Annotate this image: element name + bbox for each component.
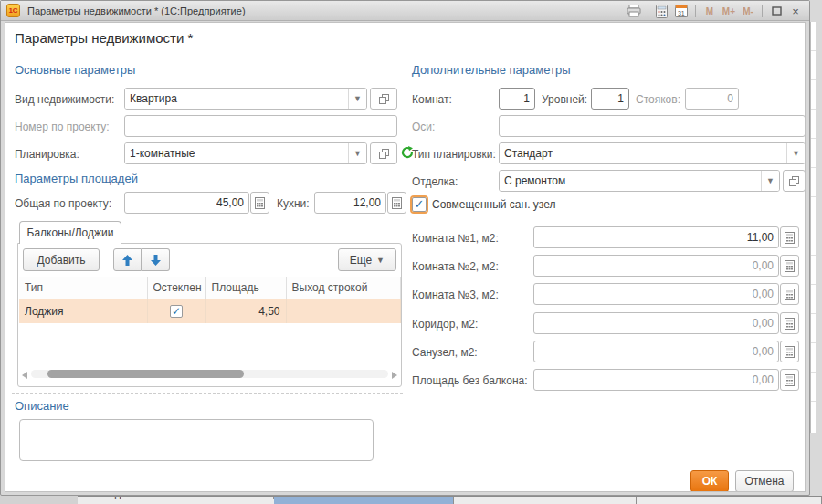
kuhni-input[interactable] — [314, 192, 386, 214]
nomer-input[interactable] — [124, 115, 397, 137]
checkbox-checked-icon[interactable]: ✓ — [412, 197, 427, 212]
move-down-button[interactable] — [142, 248, 170, 271]
kuhni-calc-button[interactable] — [387, 192, 406, 214]
otdelka-choose-button[interactable] — [783, 170, 806, 192]
col-out[interactable]: Выход строкой — [286, 277, 400, 299]
combined-bathroom-row: ✓ Совмещенный сан. узел — [412, 197, 555, 212]
room1-input[interactable] — [533, 226, 779, 248]
background-window-bottom-sliver[interactable]: Номер квартиры — [0, 496, 822, 504]
cell-glazed[interactable]: ✓ — [147, 299, 206, 323]
bathroom-input[interactable] — [533, 341, 779, 362]
planirovka-choose-button[interactable] — [370, 142, 397, 164]
tip-plan-combo: ▼ — [499, 142, 806, 164]
col-glazed[interactable]: Остеклен — [147, 277, 206, 299]
obshaya-calc-button[interactable] — [250, 192, 269, 214]
otdelka-dropdown-button[interactable]: ▼ — [761, 171, 779, 191]
separator — [12, 393, 403, 394]
add-row-button[interactable]: Добавить — [23, 248, 100, 271]
calculator-icon — [785, 260, 795, 272]
calculator-icon — [656, 5, 668, 18]
bathroom-calc-button[interactable] — [780, 341, 799, 362]
stacks-input[interactable] — [685, 88, 739, 110]
room1-calc-button[interactable] — [780, 226, 799, 248]
background-column-header: Номер квартиры — [78, 496, 274, 499]
maximize-button[interactable] — [768, 3, 785, 19]
more-button[interactable]: Еще▼ — [338, 248, 396, 271]
memory-m-plus-button[interactable]: M+ — [721, 3, 737, 19]
table-toolbar: Добавить Еще▼ — [23, 248, 396, 271]
scroll-right-arrow[interactable] — [392, 372, 397, 379]
titlebar: 1С Параметры недвижимости * (1С:Предприя… — [1, 1, 809, 21]
cell-area[interactable]: 4,50 — [206, 299, 286, 323]
cell-out[interactable] — [286, 299, 400, 323]
scrollbar-thumb[interactable] — [47, 370, 244, 378]
vid-input[interactable] — [125, 89, 348, 109]
cancel-button[interactable]: Отмена — [735, 470, 794, 492]
vid-choose-button[interactable] — [370, 88, 397, 110]
move-up-button[interactable] — [113, 248, 142, 271]
room2-input[interactable] — [533, 255, 779, 277]
osi-input[interactable] — [499, 115, 806, 137]
combined-bathroom-label[interactable]: Совмещенный сан. узел — [432, 198, 555, 211]
room1-label: Комната №1, м2: — [412, 232, 499, 245]
calendar-button[interactable]: 31 — [673, 3, 690, 19]
vid-label: Вид недвижимости: — [15, 93, 114, 106]
page-title: Параметры недвижимости * — [15, 30, 193, 46]
background-window-right-sliver[interactable] — [810, 0, 822, 496]
otdelka-combo: ▼ — [499, 170, 780, 192]
tip-plan-input[interactable] — [500, 143, 786, 163]
corridor-input[interactable] — [533, 312, 779, 334]
obshaya-input[interactable] — [124, 192, 249, 214]
chevron-down-icon: ▼ — [792, 149, 800, 158]
corridor-label: Коридор, м2: — [412, 318, 478, 331]
print-button[interactable] — [626, 3, 642, 19]
memory-m-minus-button[interactable]: M- — [740, 3, 756, 19]
1c-logo-icon: 1С — [6, 4, 20, 17]
room2-label: Комната №2, м2: — [412, 260, 499, 273]
table-header-row: Тип Остеклен Площадь Выход строкой — [19, 277, 400, 299]
balconies-table: Тип Остеклен Площадь Выход строкой Лоджи… — [19, 277, 401, 323]
obshaya-label: Общая по проекту: — [15, 197, 111, 210]
calendar-icon: 31 — [675, 5, 688, 17]
room3-calc-button[interactable] — [780, 283, 799, 305]
background-selected-cell — [274, 497, 454, 504]
chevron-down-icon: ▼ — [376, 256, 385, 265]
rooms-count-input[interactable] — [499, 88, 535, 110]
planirovka-input[interactable] — [125, 143, 348, 163]
calculator-icon — [785, 232, 795, 244]
cell-type[interactable]: Лоджия — [19, 299, 147, 323]
scroll-left-arrow[interactable] — [22, 372, 27, 379]
checkbox-checked-icon[interactable]: ✓ — [170, 305, 183, 318]
bathroom-label: Санузел, м2: — [412, 346, 478, 359]
corridor-calc-button[interactable] — [780, 312, 799, 334]
col-area[interactable]: Площадь — [206, 277, 286, 299]
close-button[interactable]: × — [787, 3, 804, 19]
otdelka-input[interactable] — [500, 171, 761, 191]
ok-button[interactable]: ОК — [690, 470, 729, 492]
table-row[interactable]: Лоджия ✓ 4,50 — [19, 299, 400, 323]
vid-dropdown-button[interactable]: ▼ — [348, 89, 366, 109]
tab-balconies[interactable]: Балконы/Лоджии — [19, 221, 121, 244]
levels-label: Уровней: — [542, 93, 587, 106]
arrow-up-icon — [122, 255, 132, 266]
description-textarea[interactable] — [19, 419, 374, 461]
section-additional-params: Дополнительные параметры — [412, 63, 571, 77]
room2-calc-button[interactable] — [780, 255, 799, 277]
planirovka-dropdown-button[interactable]: ▼ — [348, 143, 366, 163]
memory-m-button[interactable]: M — [701, 3, 718, 19]
horizontal-scrollbar — [22, 368, 397, 382]
window-title: Параметры недвижимости * (1С:Предприятие… — [27, 5, 246, 16]
tip-plan-dropdown-button[interactable]: ▼ — [786, 143, 805, 163]
area-without-balcony-input[interactable] — [533, 369, 779, 391]
calculator-icon — [785, 346, 795, 358]
nomer-label: Номер по проекту: — [15, 121, 110, 133]
area-without-balcony-calc-button[interactable] — [780, 369, 799, 391]
calculator-button[interactable] — [654, 3, 670, 19]
calculator-icon — [785, 318, 795, 330]
calculator-icon — [392, 197, 402, 209]
room3-input[interactable] — [533, 283, 779, 305]
chevron-down-icon: ▼ — [766, 176, 775, 185]
col-type[interactable]: Тип — [19, 277, 147, 299]
section-main-params: Основные параметры — [15, 63, 135, 77]
levels-input[interactable] — [591, 88, 629, 110]
